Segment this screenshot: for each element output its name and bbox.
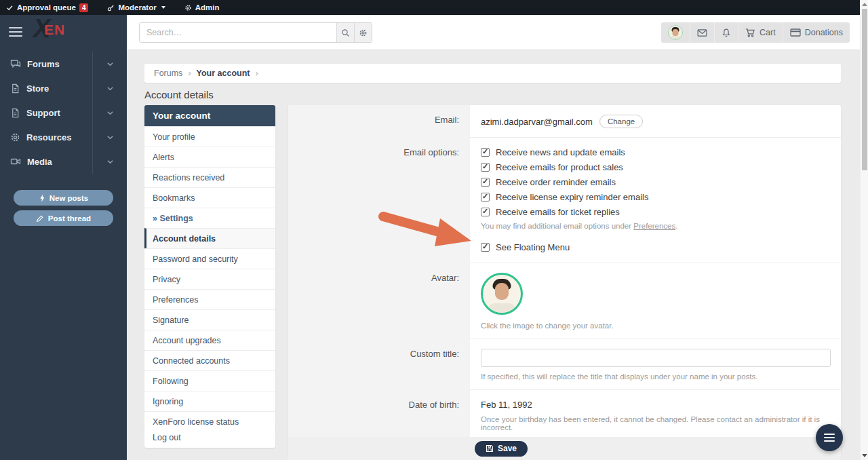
checkbox-checked-icon[interactable] (481, 148, 490, 157)
subnav-item-preferences[interactable]: Preferences (144, 289, 275, 309)
support-icon (10, 108, 20, 118)
breadcrumb-forums[interactable]: Forums (154, 69, 182, 78)
subnav-item-password-security[interactable]: Password and security (144, 248, 275, 269)
cart-button[interactable]: Cart (738, 22, 783, 43)
chevron-down-icon[interactable] (92, 125, 127, 149)
option-label: Receive emails for ticket replies (496, 207, 620, 217)
conversations-button[interactable] (690, 22, 714, 43)
subnav-item-privacy[interactable]: Privacy (144, 269, 275, 289)
option-license-expiry-emails[interactable]: Receive license expiry reminder emails (481, 192, 830, 202)
top-header: Cart Donations (127, 15, 860, 50)
subnav-item-your-profile[interactable]: Your profile (144, 126, 275, 147)
subnav-item-bookmarks[interactable]: Bookmarks (144, 187, 275, 208)
gear-icon (184, 4, 192, 12)
store-icon (10, 83, 20, 94)
sidebar-buttons: New posts Post thread (0, 190, 127, 226)
option-label: Receive order reminder emails (496, 177, 616, 187)
option-news-emails[interactable]: Receive news and update emails (481, 147, 830, 157)
option-order-reminder-emails[interactable]: Receive order reminder emails (481, 177, 830, 187)
post-thread-button[interactable]: Post thread (14, 210, 113, 226)
checkbox-checked-icon[interactable] (481, 243, 490, 252)
sidebar-item-media[interactable]: Media (0, 149, 127, 174)
sidebar: X EN Forums Store Support (0, 15, 127, 460)
search-button[interactable] (336, 23, 354, 42)
option-ticket-replies-emails[interactable]: Receive emails for ticket replies (481, 207, 830, 217)
option-label: Receive emails for product sales (496, 162, 623, 172)
account-subnav: Your account Your profile Alerts Reactio… (144, 105, 275, 432)
donations-button[interactable]: Donations (783, 22, 850, 43)
settings-label: Settings (159, 214, 193, 223)
subnav-item-following[interactable]: Following (144, 370, 275, 391)
sidebar-item-store[interactable]: Store (0, 76, 127, 100)
option-label: Receive license expiry reminder emails (496, 192, 648, 202)
card-icon (790, 28, 801, 37)
user-tools: Cart Donations (661, 22, 850, 43)
custom-title-hint: If specified, this will replace the titl… (481, 372, 831, 381)
new-posts-button[interactable]: New posts (14, 190, 113, 206)
admin-label: Admin (195, 3, 220, 12)
breadcrumb-your-account[interactable]: Your account (197, 69, 250, 78)
checkbox-checked-icon[interactable] (481, 178, 490, 187)
scroll-up-arrow-icon[interactable] (862, 3, 867, 6)
resources-gear-icon (10, 132, 20, 142)
sidebar-item-support[interactable]: Support (0, 100, 127, 125)
sidebar-item-forums[interactable]: Forums (0, 52, 127, 76)
email-label: Email: (288, 105, 470, 138)
key-icon (107, 4, 115, 12)
change-email-button[interactable]: Change (599, 115, 643, 128)
logo[interactable]: X EN (33, 19, 82, 45)
floating-menu-button[interactable] (816, 424, 843, 451)
approval-queue-link[interactable]: Approval queue 4 (6, 3, 88, 12)
admin-link[interactable]: Admin (184, 3, 220, 12)
forums-icon (10, 58, 21, 69)
subnav-header-your-account[interactable]: Your account (144, 105, 275, 126)
sidebar-item-resources[interactable]: Resources (0, 125, 127, 149)
subnav-item-account-upgrades[interactable]: Account upgrades (144, 330, 275, 350)
checkbox-checked-icon[interactable] (481, 193, 490, 202)
scrollbar-thumb[interactable] (862, 9, 867, 170)
option-see-floating-menu[interactable]: See Floating Menu (481, 242, 830, 252)
save-button[interactable]: Save (475, 441, 528, 457)
checkbox-checked-icon[interactable] (481, 163, 490, 172)
chevron-down-icon[interactable] (92, 149, 127, 174)
preferences-link[interactable]: Preferences (633, 222, 675, 230)
logo-text: EN (44, 22, 65, 38)
subnav-item-signature[interactable]: Signature (144, 309, 275, 330)
moderator-menu[interactable]: Moderator (107, 3, 165, 12)
subnav-item-connected-accounts[interactable]: Connected accounts (144, 350, 275, 370)
search-group (139, 22, 372, 43)
breadcrumb-separator: › (256, 69, 258, 78)
approval-queue-label: Approval queue (17, 3, 76, 12)
save-icon (486, 444, 494, 453)
check-icon (6, 4, 14, 12)
breadcrumb: Forums › Your account › (144, 64, 841, 83)
account-menu-button[interactable] (661, 22, 690, 43)
option-product-sales-emails[interactable]: Receive emails for product sales (481, 162, 830, 172)
page-scrollbar[interactable] (860, 0, 868, 460)
subnav-item-alerts[interactable]: Alerts (144, 147, 275, 167)
subnav-item-account-details[interactable]: Account details (144, 228, 275, 248)
lightning-icon (39, 194, 45, 202)
subnav-item-ignoring[interactable]: Ignoring (144, 391, 275, 411)
subnav-item-settings[interactable]: » Settings (144, 208, 275, 228)
search-input[interactable] (140, 23, 336, 42)
menu-icon[interactable] (9, 24, 22, 39)
alerts-button[interactable] (714, 22, 738, 43)
chevron-down-icon[interactable] (92, 100, 127, 125)
logout-button[interactable]: Log out (144, 427, 275, 448)
email-options-row: Email options: Receive news and update e… (288, 138, 841, 263)
checkbox-checked-icon[interactable] (481, 208, 490, 216)
sidebar-item-label: Media (27, 157, 92, 167)
bell-icon (722, 28, 731, 38)
pencil-icon (36, 214, 44, 223)
avatar[interactable] (481, 273, 523, 315)
email-value: azimi.dadparvar@gmail.com (481, 117, 593, 127)
chevron-down-icon[interactable] (92, 52, 127, 76)
search-options-button[interactable] (354, 23, 372, 42)
avatar-row: Avatar: Click the image to change your a… (288, 263, 841, 339)
save-label: Save (498, 444, 517, 453)
subnav-item-reactions-received[interactable]: Reactions received (144, 167, 275, 187)
custom-title-input[interactable] (481, 349, 831, 367)
scroll-down-arrow-icon[interactable] (862, 454, 867, 457)
chevron-down-icon[interactable] (92, 76, 127, 100)
